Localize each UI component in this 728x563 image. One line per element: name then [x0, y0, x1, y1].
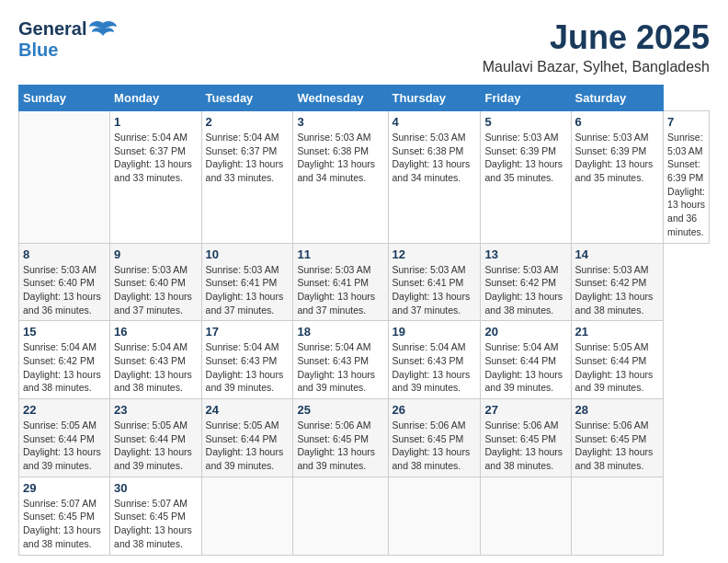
- table-row: 12 Sunrise: 5:03 AMSunset: 6:41 PMDaylig…: [388, 243, 481, 321]
- table-row: 16 Sunrise: 5:04 AMSunset: 6:43 PMDaylig…: [110, 321, 201, 399]
- header-friday: Friday: [481, 86, 571, 111]
- table-row: 9 Sunrise: 5:03 AMSunset: 6:40 PMDayligh…: [110, 243, 201, 321]
- logo-general-text: General: [18, 18, 86, 40]
- empty-cell: [388, 477, 481, 555]
- table-row: 6 Sunrise: 5:03 AMSunset: 6:39 PMDayligh…: [571, 111, 663, 244]
- table-row: 29 Sunrise: 5:07 AMSunset: 6:45 PMDaylig…: [19, 477, 110, 555]
- header-saturday: Saturday: [571, 86, 663, 111]
- table-row: 23 Sunrise: 5:05 AMSunset: 6:44 PMDaylig…: [110, 399, 201, 477]
- calendar-week-1: 1 Sunrise: 5:04 AMSunset: 6:37 PMDayligh…: [19, 111, 710, 244]
- table-row: 5 Sunrise: 5:03 AMSunset: 6:39 PMDayligh…: [481, 111, 571, 244]
- table-row: 22 Sunrise: 5:05 AMSunset: 6:44 PMDaylig…: [19, 399, 110, 477]
- table-row: 15 Sunrise: 5:04 AMSunset: 6:42 PMDaylig…: [19, 321, 110, 399]
- table-row: 7 Sunrise: 5:03 AMSunset: 6:39 PMDayligh…: [664, 111, 710, 244]
- header-thursday: Thursday: [388, 86, 481, 111]
- table-row: 3 Sunrise: 5:03 AMSunset: 6:38 PMDayligh…: [293, 111, 388, 244]
- calendar-week-3: 15 Sunrise: 5:04 AMSunset: 6:42 PMDaylig…: [19, 321, 710, 399]
- empty-cell: [571, 477, 663, 555]
- table-row: 20 Sunrise: 5:04 AMSunset: 6:44 PMDaylig…: [481, 321, 571, 399]
- table-row: 18 Sunrise: 5:04 AMSunset: 6:43 PMDaylig…: [293, 321, 388, 399]
- empty-cell: [293, 477, 388, 555]
- table-row: 28 Sunrise: 5:06 AMSunset: 6:45 PMDaylig…: [571, 399, 663, 477]
- header-wednesday: Wednesday: [293, 86, 388, 111]
- table-row: 17 Sunrise: 5:04 AMSunset: 6:43 PMDaylig…: [201, 321, 293, 399]
- calendar-week-2: 8 Sunrise: 5:03 AMSunset: 6:40 PMDayligh…: [19, 243, 710, 321]
- title-block: June 2025 Maulavi Bazar, Sylhet, Banglad…: [483, 18, 710, 75]
- logo: General Blue: [18, 18, 118, 61]
- table-row: 14 Sunrise: 5:03 AMSunset: 6:42 PMDaylig…: [571, 243, 663, 321]
- table-row: 27 Sunrise: 5:06 AMSunset: 6:45 PMDaylig…: [481, 399, 571, 477]
- table-row: 24 Sunrise: 5:05 AMSunset: 6:44 PMDaylig…: [201, 399, 293, 477]
- table-row: 11 Sunrise: 5:03 AMSunset: 6:41 PMDaylig…: [293, 243, 388, 321]
- empty-cell: [19, 111, 110, 244]
- logo-blue-text: Blue: [18, 40, 58, 61]
- header-sunday: Sunday: [19, 86, 110, 111]
- empty-cell: [201, 477, 293, 555]
- table-row: 25 Sunrise: 5:06 AMSunset: 6:45 PMDaylig…: [293, 399, 388, 477]
- header: General Blue June 2025 Maulavi Bazar, Sy…: [18, 18, 710, 75]
- empty-cell: [481, 477, 571, 555]
- calendar-week-4: 22 Sunrise: 5:05 AMSunset: 6:44 PMDaylig…: [19, 399, 710, 477]
- logo-bird-icon: [88, 19, 118, 40]
- table-row: 8 Sunrise: 5:03 AMSunset: 6:40 PMDayligh…: [19, 243, 110, 321]
- weekday-header-row: Sunday Monday Tuesday Wednesday Thursday…: [19, 86, 710, 111]
- table-row: 4 Sunrise: 5:03 AMSunset: 6:38 PMDayligh…: [388, 111, 481, 244]
- page-container: General Blue June 2025 Maulavi Bazar, Sy…: [18, 18, 710, 556]
- table-row: 1 Sunrise: 5:04 AMSunset: 6:37 PMDayligh…: [110, 111, 201, 244]
- table-row: 21 Sunrise: 5:05 AMSunset: 6:44 PMDaylig…: [571, 321, 663, 399]
- table-row: 19 Sunrise: 5:04 AMSunset: 6:43 PMDaylig…: [388, 321, 481, 399]
- table-row: 30 Sunrise: 5:07 AMSunset: 6:45 PMDaylig…: [110, 477, 201, 555]
- header-tuesday: Tuesday: [201, 86, 293, 111]
- table-row: 2 Sunrise: 5:04 AMSunset: 6:37 PMDayligh…: [201, 111, 293, 244]
- location-title: Maulavi Bazar, Sylhet, Bangladesh: [483, 59, 710, 75]
- header-monday: Monday: [110, 86, 201, 111]
- table-row: 10 Sunrise: 5:03 AMSunset: 6:41 PMDaylig…: [201, 243, 293, 321]
- month-title: June 2025: [483, 18, 710, 57]
- calendar-week-5: 29 Sunrise: 5:07 AMSunset: 6:45 PMDaylig…: [19, 477, 710, 555]
- table-row: 26 Sunrise: 5:06 AMSunset: 6:45 PMDaylig…: [388, 399, 481, 477]
- calendar-table: Sunday Monday Tuesday Wednesday Thursday…: [18, 85, 710, 556]
- table-row: 13 Sunrise: 5:03 AMSunset: 6:42 PMDaylig…: [481, 243, 571, 321]
